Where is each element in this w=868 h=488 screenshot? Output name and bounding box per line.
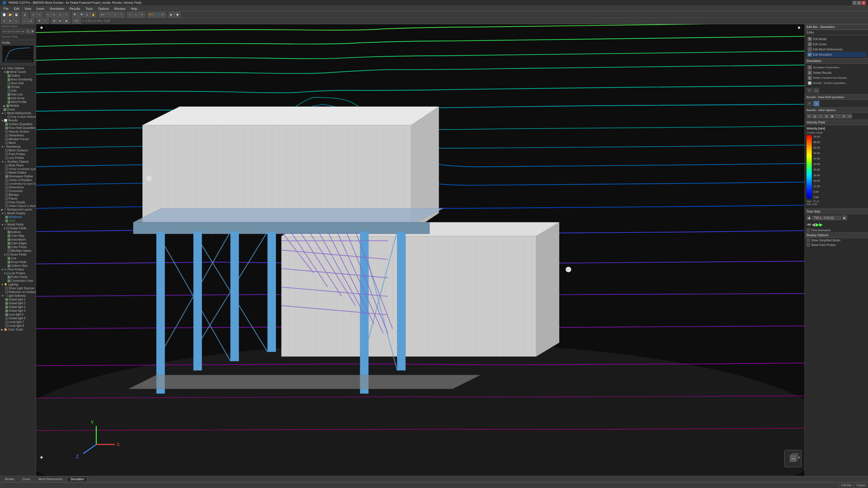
delete-transient-btn[interactable]: 🗑 Delete Transient Pos-Results... (807, 75, 866, 80)
p-btn[interactable]: P (807, 88, 812, 93)
section1-btn[interactable]: ▥ (51, 19, 57, 24)
tree-solid[interactable]: Solid (4, 219, 36, 223)
zones-checkbox[interactable] (3, 108, 6, 111)
tree-minmax-values[interactable]: Min/Max Values (6, 249, 36, 253)
tree-mesh-refinements[interactable]: ▼ ⊡ Mesh Refinements (0, 111, 36, 115)
flow-animation-checkbox[interactable] (807, 228, 810, 232)
rotate-btn[interactable]: ↻ (57, 12, 63, 17)
layer-btn[interactable]: L (43, 19, 49, 24)
only-mesh-checkbox[interactable] (7, 116, 10, 118)
wire-btn[interactable]: W (127, 12, 133, 17)
tree-global-light-3[interactable]: Global light 3 (4, 305, 36, 309)
time-prev-btn[interactable]: ◀ (807, 216, 811, 220)
prev-step-btn[interactable]: ◀ (812, 222, 815, 227)
menu-insert[interactable]: Insert (34, 6, 47, 11)
menu-options[interactable]: Options (96, 6, 112, 11)
stop-btn[interactable]: ⏹ (175, 12, 180, 17)
tree-reflection-surfaces[interactable]: Reflection on Surfaces (4, 290, 36, 294)
section3-btn[interactable]: ▦ (63, 19, 69, 24)
tree-color-points[interactable]: Color Points (6, 245, 36, 249)
tree-show-light-sources[interactable]: Show Light Sources (4, 286, 36, 290)
tab-simulation[interactable]: Simulation (67, 477, 88, 481)
v-btn-flow[interactable]: v (813, 101, 819, 106)
nv-options-btn[interactable]: ▼ (31, 29, 35, 33)
tree-wireframe[interactable]: Wireframe (4, 215, 36, 219)
front-btn[interactable]: F (106, 12, 112, 17)
tree-uniform-size[interactable]: Uniform Size (6, 264, 36, 268)
play-btn[interactable]: ⏮ (807, 222, 811, 227)
snap-btn[interactable]: ⊕ (1, 19, 7, 24)
zoom-in-btn[interactable]: 🔍 (72, 12, 78, 17)
tree-global-light-2[interactable]: Global light 2 (4, 301, 36, 305)
tree-point-clouds[interactable]: Point Clouds (4, 200, 36, 204)
option-btn-7[interactable]: ⊗ (841, 114, 846, 119)
tree-flow-field-quantities[interactable]: Flow Field Quantities (4, 126, 36, 130)
menu-results[interactable]: Results (67, 6, 83, 11)
tree-only-mesh[interactable]: Only in Mesh Refinement Edito (6, 115, 36, 119)
flow-btn[interactable]: FL (154, 12, 160, 17)
tree-inlet-line[interactable]: Inlet Line (6, 93, 36, 96)
tree-global-light-4[interactable]: Global light 4 (4, 309, 36, 313)
minimize-btn[interactable]: − (852, 1, 857, 5)
grid-checkbox[interactable] (7, 89, 10, 92)
inlet-line-checkbox[interactable] (7, 93, 10, 96)
side-btn[interactable]: S (112, 12, 118, 17)
tree-outline[interactable]: Outline (6, 74, 36, 77)
stream-btn[interactable]: ST (160, 12, 166, 17)
angle-btn[interactable]: ∠ (28, 19, 34, 24)
edit-model-btn[interactable]: 🏗 Edit Model (807, 36, 866, 41)
tree-light-switches[interactable]: ▼ ☀ Light Switches (0, 294, 36, 298)
undo-btn[interactable]: ↩ (31, 12, 36, 17)
save-btn[interactable]: 💾 (13, 12, 19, 17)
tree-comments[interactable]: Comments (4, 189, 36, 193)
tree-workspace-outline[interactable]: Workspace Outline (4, 174, 36, 178)
tree-member-forces[interactable]: Member Forces (4, 137, 36, 141)
expand-view-options[interactable]: ▼ (1, 67, 4, 70)
results-btn[interactable]: RES (148, 12, 154, 17)
tree-scalar-fields[interactable]: ▼ Scalar Fields (2, 226, 36, 230)
scale-btn[interactable]: ⤡ (63, 12, 69, 17)
tree-mesh[interactable]: Mesh (4, 141, 36, 145)
animate-btn[interactable]: ▶ (168, 12, 174, 17)
tree-planes[interactable]: Planes (4, 197, 36, 200)
ortho-btn[interactable]: ⊾ (13, 19, 19, 24)
tree-vector-fields[interactable]: ▼ Vector Fields (2, 253, 36, 256)
tree-coords-input-cross[interactable]: Coordinates by Input Cross (4, 182, 36, 186)
tree-axes-numbering[interactable]: Axes Numbering (6, 77, 36, 82)
menu-help[interactable]: Help (128, 6, 140, 11)
wind-profile-checkbox[interactable] (7, 101, 10, 103)
clipper-status[interactable]: Clipper (857, 484, 866, 487)
edit-zones-btn[interactable]: ⊞ Edit Zones (807, 41, 866, 47)
print-btn[interactable]: 🖨 (22, 12, 28, 17)
viewport[interactable]: X Y Z ISO (36, 24, 805, 476)
tree-mesh-surfaces[interactable]: Mesh Surfaces (4, 149, 36, 152)
option-btn-2[interactable]: ▤ (812, 114, 817, 119)
tree-axes-grid[interactable]: Axes Grid (6, 82, 36, 85)
edit-bar-status[interactable]: Edit Bar (841, 484, 852, 487)
option-btn-6[interactable]: ⋮ (835, 114, 841, 119)
section2-btn[interactable]: ▤ (57, 19, 63, 24)
axes-grid-checkbox[interactable] (7, 82, 10, 85)
tree-wind-tunnel[interactable]: ▼ Wind Tunnel (2, 70, 36, 74)
tree-arrow-head[interactable]: Arrow Head (6, 260, 36, 264)
tree-global-coord[interactable]: Global Coordinate System (fix (4, 167, 36, 171)
tree-wind-profile[interactable]: Wind Profile (6, 100, 36, 104)
tree-auxiliary-objects[interactable]: ▼ ⊕ Auxiliary Objects (0, 160, 36, 164)
tree-local-light-8[interactable]: Local light 8 (4, 324, 36, 328)
tab-mesh-refinements[interactable]: Mesh Refinements (35, 477, 66, 481)
tree-local-light-7[interactable]: Local light 7 (4, 320, 36, 324)
menu-view[interactable]: View (22, 6, 34, 11)
tree-numbering[interactable]: ▼ # Numbering (0, 145, 36, 149)
render-btn[interactable]: R (139, 12, 145, 17)
tree-lighting[interactable]: ▼ 💡 Lighting (0, 283, 36, 286)
tree-hidden-objects[interactable]: Hidden Objects in Background (4, 204, 36, 208)
menu-file[interactable]: File (1, 6, 11, 11)
tree-connection-lines[interactable]: Connection Lines (6, 279, 36, 283)
tree-grid[interactable]: Grid (6, 89, 36, 93)
tree-terrain[interactable]: Terrain (6, 85, 36, 89)
pan-btn[interactable]: ✋ (90, 12, 96, 17)
inlet-arrow-checkbox[interactable] (7, 97, 10, 100)
tree-center-rotation[interactable]: Center of Rotation (4, 178, 36, 182)
tree-color-map[interactable]: Color Map (6, 234, 36, 238)
models-checkbox[interactable] (6, 104, 9, 107)
